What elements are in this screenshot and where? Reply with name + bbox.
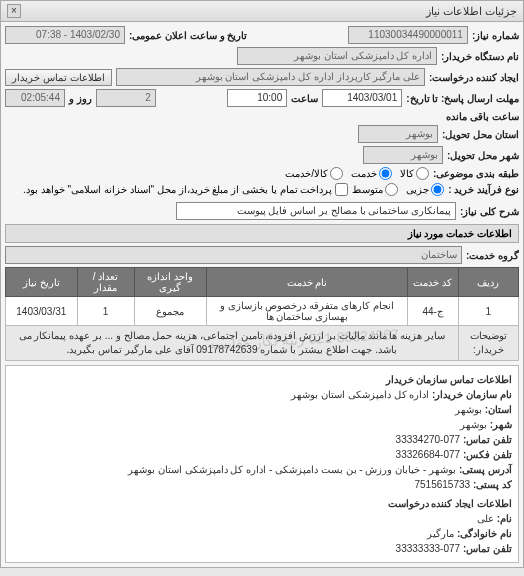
creator-lname-value: مارگیر [427, 528, 454, 539]
org-city-label: شهر: [490, 419, 512, 430]
close-icon[interactable]: × [7, 4, 21, 18]
org-info-header: اطلاعات تماس سازمان خریدار [12, 372, 512, 387]
service-radio-input[interactable] [379, 167, 392, 180]
payment-checkbox-input[interactable] [335, 183, 348, 196]
buyer-device-field: اداره کل دامپزشکی استان بوشهر [237, 47, 437, 65]
need-no-label: شماره نیاز: [472, 30, 519, 41]
th-date: تاریخ نیاز [6, 268, 78, 297]
th-qty: تعداد / مقدار [77, 268, 134, 297]
details-window: جزئیات اطلاعات نیاز × شماره نیاز: 110300… [0, 0, 524, 568]
cell-unit: مجموع [134, 297, 206, 326]
delivery-province-field: بوشهر [358, 125, 438, 143]
deadline-label: مهلت ارسال پاسخ: تا تاریخ: [406, 93, 519, 104]
delivery-city-label: شهر محل تحویل: [447, 150, 519, 161]
service-radio[interactable]: خدمت [351, 167, 392, 180]
th-row: ردیف [458, 268, 518, 297]
subject-type-radios: کالا خدمت کالا/خدمت [285, 167, 429, 180]
service-group-label: گروه خدمت: [466, 250, 519, 261]
delivery-province-label: استان محل تحویل: [442, 129, 519, 140]
both-radio[interactable]: کالا/خدمت [285, 167, 343, 180]
table-header-row: ردیف کد خدمت نام خدمت واحد اندازه گیری ت… [6, 268, 519, 297]
cell-code: ج-44 [407, 297, 458, 326]
need-no-field: 11030034490000011 [348, 26, 468, 44]
days-label: روز و [69, 93, 92, 104]
subject-type-label: طبقه بندی موضوعی: [433, 168, 519, 179]
cell-qty: 1 [77, 297, 134, 326]
th-code: کد خدمت [407, 268, 458, 297]
buyer-device-label: نام دستگاه خریدار: [441, 51, 519, 62]
medium-radio-input[interactable] [385, 183, 398, 196]
cell-row: 1 [458, 297, 518, 326]
titlebar: جزئیات اطلاعات نیاز × [1, 1, 523, 22]
services-table: ردیف کد خدمت نام خدمت واحد اندازه گیری ت… [5, 267, 519, 361]
org-province-label: استان: [485, 404, 512, 415]
cell-date: 1403/03/31 [6, 297, 78, 326]
goods-radio[interactable]: کالا [400, 167, 429, 180]
contact-buyer-button[interactable]: اطلاعات تماس خریدار [5, 69, 112, 86]
org-fax-value: 077-33326684 [396, 449, 461, 460]
note-label-cell: توضیحات خریدار: [458, 326, 518, 361]
process-type-radios: جزیی متوسط [352, 183, 444, 196]
goods-radio-input[interactable] [416, 167, 429, 180]
creator-name-value: علی [477, 513, 494, 524]
partial-radio[interactable]: جزیی [406, 183, 444, 196]
process-type-label: نوع فرآیند خرید : [448, 184, 519, 195]
main-desc-field[interactable]: پیمانکاری ساختمانی با مصالح بر اساس فایل… [176, 202, 456, 220]
org-info-block: اطلاعات تماس سازمان خریدار نام سازمان خر… [5, 365, 519, 563]
org-phone-label: تلفن تماس: [463, 434, 512, 445]
creator-header: اطلاعات ایجاد کننده درخواست [12, 496, 512, 511]
days-field: 2 [96, 89, 156, 107]
requester-field: علی مارگیر کارپرداز اداره کل دامپزشکی اس… [116, 68, 426, 86]
org-province-value: بوشهر [455, 404, 482, 415]
creator-lname-label: نام خانوادگی: [457, 528, 512, 539]
delivery-city-field: بوشهر [363, 146, 443, 164]
org-phone-value: 077-33334270 [396, 434, 461, 445]
creator-phone-label: تلفن تماس: [463, 543, 512, 554]
org-postcode-label: کد پستی: [473, 479, 512, 490]
org-postal-value: بوشهر - خیابان ورزش - بن بست دامپزشکی - … [128, 464, 456, 475]
creator-name-label: نام: [497, 513, 512, 524]
remain-label: ساعت باقی مانده [446, 111, 519, 122]
org-fax-label: تلفن فکس: [463, 449, 512, 460]
th-unit: واحد اندازه گیری [134, 268, 206, 297]
requester-label: ایجاد کننده درخواست: [429, 72, 519, 83]
deadline-time-field[interactable]: 10:00 [227, 89, 287, 107]
remain-time-field: 02:05:44 [5, 89, 65, 107]
org-postcode-value: 7515615733 [414, 479, 470, 490]
th-name: نام خدمت [206, 268, 407, 297]
note-text-cell: سایر هزینه ها مانند مالیات بر ارزش افزود… [6, 326, 459, 361]
creator-phone-value: 077-33333333 [396, 543, 461, 554]
services-section-header: اطلاعات خدمات مورد نیاز [5, 224, 519, 243]
org-name-label: نام سازمان خریدار: [432, 389, 512, 400]
partial-radio-input[interactable] [431, 183, 444, 196]
main-desc-label: شرح کلی نیاز: [460, 206, 519, 217]
medium-radio[interactable]: متوسط [352, 183, 398, 196]
time-label: ساعت [291, 93, 318, 104]
table-note-row: توضیحات خریدار: سایر هزینه ها مانند مالی… [6, 326, 519, 361]
table-row[interactable]: 1 ج-44 انجام کارهای متفرقه درخصوص بازساز… [6, 297, 519, 326]
payment-checkbox[interactable]: پرداخت تمام یا بخشی از مبلغ خرید،از محل … [23, 183, 348, 196]
announce-field: 1403/02/30 - 07:38 [5, 26, 125, 44]
org-postal-label: آدرس پستی: [459, 464, 512, 475]
cell-name: انجام کارهای متفرقه درخصوص بازسازی و بهس… [206, 297, 407, 326]
deadline-date-field[interactable]: 1403/03/01 [322, 89, 402, 107]
org-city-value: بوشهر [460, 419, 487, 430]
content-area: شماره نیاز: 11030034490000011 تاریخ و سا… [1, 22, 523, 567]
window-title: جزئیات اطلاعات نیاز [426, 5, 517, 18]
payment-note: پرداخت تمام یا بخشی از مبلغ خرید،از محل … [23, 184, 332, 195]
announce-label: تاریخ و ساعت اعلان عمومی: [129, 30, 247, 41]
service-group-field: ساختمان [5, 246, 462, 264]
org-name-value: اداره کل دامپزشکی استان بوشهر [291, 389, 429, 400]
both-radio-input[interactable] [330, 167, 343, 180]
